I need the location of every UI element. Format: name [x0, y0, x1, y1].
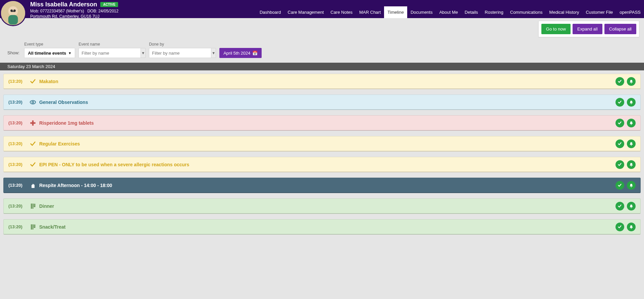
done-by-group: Done by ▼ — [149, 42, 216, 58]
tab-documents[interactable]: Documents — [407, 6, 436, 18]
row-time: (13:20) — [8, 79, 22, 84]
status-check-icon[interactable] — [615, 160, 624, 169]
row-title: Snack/Treat — [39, 224, 66, 230]
avatar[interactable] — [0, 0, 26, 26]
tab-customer-file[interactable]: Customer File — [582, 6, 616, 18]
action-bar: Go to now Expand all Collapse all — [0, 18, 644, 40]
tab-mar-chart[interactable]: MAR Chart — [356, 6, 384, 18]
timeline-list: (13:20)Makaton(13:20)General Observation… — [0, 70, 644, 235]
check-icon — [30, 78, 36, 84]
timeline-row[interactable]: (13:20)General Observations — [3, 95, 641, 110]
nav-tabs: DashboardCare ManagementCare NotesMAR Ch… — [256, 0, 644, 18]
row-time: (13:20) — [8, 141, 22, 146]
date-picker-button[interactable]: April 5th 2024 📅 — [219, 48, 262, 58]
timeline-row[interactable]: (13:20)Snack/Treat — [3, 219, 641, 235]
event-name-group: Event name ▼ — [78, 42, 146, 58]
row-time: (13:20) — [8, 203, 22, 208]
status-check-icon[interactable] — [615, 119, 624, 127]
event-name-dropdown-button[interactable]: ▼ — [141, 48, 146, 58]
row-badges — [615, 223, 636, 231]
row-title: Regular Exercises — [39, 141, 80, 146]
bell-icon[interactable] — [627, 119, 636, 127]
mob-label: Mob: — [30, 9, 39, 13]
food-icon — [30, 203, 36, 209]
row-badges — [615, 160, 636, 169]
timeline-row[interactable]: (13:20)Respite Afternoon - 14:00 - 18:00 — [3, 178, 641, 193]
profile-name: Miss Isabella Anderson — [30, 1, 97, 8]
timeline-row[interactable]: (13:20)Makaton — [3, 74, 641, 89]
tab-care-notes[interactable]: Care Notes — [327, 6, 356, 18]
bell-icon[interactable] — [627, 77, 636, 86]
status-check-icon[interactable] — [615, 202, 624, 211]
hand-icon — [30, 182, 36, 188]
tab-care-management[interactable]: Care Management — [284, 6, 327, 18]
bell-icon[interactable] — [627, 98, 636, 107]
expand-all-button[interactable]: Expand all — [573, 24, 602, 34]
status-check-icon[interactable] — [615, 139, 624, 148]
done-by-input[interactable] — [149, 48, 211, 58]
plus-icon — [30, 120, 36, 126]
bell-icon[interactable] — [627, 202, 636, 211]
row-badges — [615, 139, 636, 148]
svg-point-1 — [8, 6, 18, 16]
row-badges — [615, 77, 636, 86]
bell-icon[interactable] — [627, 223, 636, 231]
go-to-now-button[interactable]: Go to now — [541, 24, 571, 34]
timeline-row[interactable]: (13:20)Regular Exercises — [3, 136, 641, 152]
status-check-icon[interactable] — [615, 98, 624, 107]
event-type-value: All timeline events — [28, 51, 66, 56]
row-badges — [615, 181, 636, 190]
row-time: (13:20) — [8, 100, 22, 105]
collapse-all-button[interactable]: Collapse all — [604, 24, 636, 34]
check-icon — [30, 162, 36, 168]
address-line: Portsmouth Rd, Camberley, GU16 7UJ — [30, 14, 118, 19]
row-title: Dinner — [39, 203, 54, 209]
dob-value: 24/05/2012 — [98, 9, 118, 13]
status-check-icon[interactable] — [615, 223, 624, 231]
svg-rect-5 — [11, 11, 15, 12]
show-label: Show: — [7, 50, 19, 55]
action-box: Go to now Expand all Collapse all — [538, 21, 639, 37]
tab-medical-history[interactable]: Medical History — [546, 6, 583, 18]
timeline-row[interactable]: (13:20)Risperidone 1mg tablets — [3, 115, 641, 131]
status-check-icon[interactable] — [615, 77, 624, 86]
bell-icon[interactable] — [627, 139, 636, 148]
dob-label: DOB: — [87, 9, 97, 13]
tab-timeline[interactable]: Timeline — [384, 6, 407, 18]
done-by-label: Done by — [149, 42, 216, 47]
row-time: (13:20) — [8, 183, 22, 188]
date-group: April 5th 2024 📅 — [219, 42, 262, 58]
profile-block: Miss Isabella Anderson ACTIVE Mob: 07722… — [30, 0, 118, 19]
event-type-dropdown[interactable]: All timeline events ▼ — [24, 48, 75, 58]
event-name-label: Event name — [78, 42, 146, 47]
done-by-dropdown-button[interactable]: ▼ — [211, 48, 216, 58]
row-badges — [615, 202, 636, 211]
tab-rostering[interactable]: Rostering — [481, 6, 507, 18]
status-badge: ACTIVE — [100, 2, 118, 7]
row-badges — [615, 119, 636, 127]
row-title: Makaton — [39, 79, 58, 84]
row-time: (13:20) — [8, 120, 22, 125]
row-time: (13:20) — [8, 224, 22, 229]
tab-details[interactable]: Details — [461, 6, 481, 18]
bell-icon[interactable] — [627, 160, 636, 169]
tab-communications[interactable]: Communications — [507, 6, 546, 18]
filter-row: Show: Event type All timeline events ▼ E… — [0, 40, 644, 63]
event-name-input[interactable] — [78, 48, 141, 58]
check-icon — [30, 141, 36, 147]
tab-dashboard[interactable]: Dashboard — [256, 6, 284, 18]
tab-openpass[interactable]: openPASS — [616, 6, 644, 18]
bell-icon[interactable] — [627, 181, 636, 190]
row-title: Risperidone 1mg tablets — [39, 120, 94, 126]
tab-about-me[interactable]: About Me — [436, 6, 462, 18]
eye-icon — [30, 99, 36, 105]
food-icon — [30, 224, 36, 230]
app-header: Miss Isabella Anderson ACTIVE Mob: 07722… — [0, 0, 644, 18]
row-time: (13:20) — [8, 162, 22, 167]
calendar-icon: 📅 — [252, 51, 258, 56]
timeline-row[interactable]: (13:20)EPI PEN - ONLY to be used when a … — [3, 157, 641, 172]
timeline-row[interactable]: (13:20)Dinner — [3, 198, 641, 214]
mob-value: 07722334567 (Mother's) — [40, 9, 84, 13]
status-check-icon[interactable] — [615, 181, 624, 190]
date-separator: Saturday 23 March 2024 — [0, 63, 644, 70]
